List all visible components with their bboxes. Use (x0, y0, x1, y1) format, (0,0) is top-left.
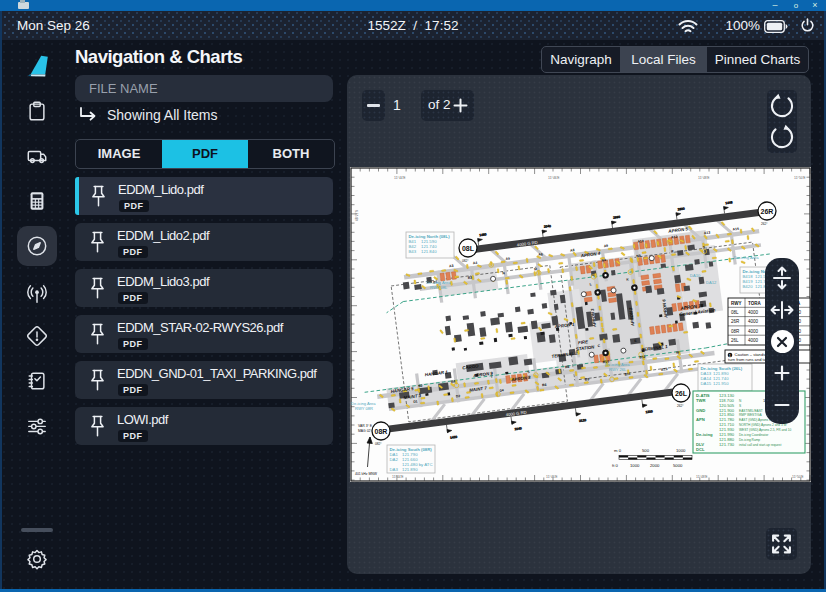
svg-text:N5: N5 (636, 254, 641, 259)
svg-text:08R: 08R (375, 428, 388, 435)
svg-text:082°: 082° (462, 259, 469, 263)
svg-text:TORA: TORA (748, 301, 761, 306)
svg-text:11°50'E: 11°50'E (792, 475, 804, 479)
svg-text:DCL: DCL (696, 447, 705, 452)
svg-text:B6: B6 (542, 383, 547, 388)
svg-text:De-icing Area: De-icing Area (734, 255, 759, 260)
svg-text:m 0: m 0 (614, 448, 622, 453)
svg-text:B2: B2 (418, 384, 423, 389)
svg-text:De-icing: De-icing (696, 432, 713, 437)
svg-text:De-icing Coordinator: De-icing Coordinator (739, 433, 769, 437)
svg-text:ft 0: ft 0 (612, 463, 618, 468)
svg-text:A12: A12 (671, 235, 678, 240)
svg-text:EAST/MIL/EAST: EAST/MIL/EAST (739, 409, 763, 413)
svg-text:DA3: DA3 (390, 467, 399, 472)
svg-text:262°: 262° (677, 404, 684, 408)
svg-text:48°21'N: 48°21'N (355, 209, 359, 221)
svg-text:A10: A10 (637, 239, 644, 244)
svg-text:RWY: RWY (731, 301, 741, 306)
svg-text:APN: APN (696, 417, 705, 422)
svg-text:B4: B4 (451, 380, 456, 385)
svg-text:DA15: DA15 (701, 381, 712, 386)
svg-text:RWY 08L: RWY 08L (430, 285, 448, 290)
svg-text:MAG 02°: MAG 02° (358, 429, 372, 433)
svg-text:26R: 26R (731, 319, 740, 324)
svg-text:A4: A4 (473, 261, 478, 266)
svg-text:08R: 08R (731, 329, 740, 334)
svg-text:11°46'E: 11°46'E (548, 176, 560, 180)
svg-text:B9: B9 (585, 377, 590, 382)
svg-text:VAR 3° E: VAR 3° E (358, 424, 373, 428)
svg-text:1000: 1000 (676, 448, 686, 453)
svg-text:121.950: 121.950 (713, 381, 729, 386)
svg-text:A13: A13 (704, 230, 711, 235)
svg-text:RWY 08R: RWY 08R (355, 406, 373, 411)
svg-text:B11: B11 (624, 372, 631, 377)
svg-text:N4: N4 (601, 258, 606, 263)
svg-text:B8: B8 (565, 365, 570, 370)
svg-text:D4: D4 (499, 388, 504, 393)
svg-text:GND: GND (696, 408, 705, 413)
svg-text:A5: A5 (505, 256, 510, 261)
svg-text:1000: 1000 (630, 463, 640, 468)
svg-text:DA2: DA2 (390, 457, 399, 462)
svg-text:26L: 26L (731, 338, 739, 343)
svg-text:262°: 262° (761, 222, 768, 226)
svg-text:4000: 4000 (748, 310, 759, 315)
svg-text:4000: 4000 (748, 319, 759, 324)
svg-text:121.730: 121.730 (719, 442, 735, 447)
svg-text:08L: 08L (731, 310, 739, 315)
svg-text:S: S (739, 404, 741, 408)
svg-text:11°44'E: 11°44'E (392, 475, 404, 479)
svg-text:D2: D2 (456, 394, 461, 399)
svg-text:B13: B13 (661, 367, 668, 372)
svg-text:De-icing Ramp: De-icing Ramp (739, 438, 760, 442)
svg-text:RWY 26L: RWY 26L (609, 367, 627, 372)
svg-text:2000: 2000 (650, 463, 660, 468)
svg-text:500: 500 (642, 448, 650, 453)
svg-text:11°50'E: 11°50'E (794, 176, 806, 180)
svg-text:A15: A15 (732, 227, 739, 232)
svg-text:DA12: DA12 (706, 280, 717, 285)
svg-text:RMP WEST/GA: RMP WEST/GA (739, 413, 762, 417)
svg-text:A3: A3 (449, 264, 454, 269)
svg-text:A9: A9 (604, 244, 609, 249)
svg-text:A8: A8 (570, 248, 575, 253)
svg-text:initial call and start-up requ: initial call and start-up request (739, 443, 781, 447)
svg-text:11°48'E: 11°48'E (696, 475, 708, 479)
svg-text:B420: B420 (743, 284, 754, 289)
svg-text:401 kHz MNW: 401 kHz MNW (355, 472, 378, 476)
svg-text:TWR: TWR (696, 398, 706, 403)
svg-text:11°48'E: 11°48'E (698, 176, 710, 180)
svg-text:A6: A6 (538, 252, 543, 257)
svg-text:5000: 5000 (673, 463, 683, 468)
svg-text:08L: 08L (462, 245, 475, 252)
svg-text:26L: 26L (675, 390, 688, 397)
svg-text:B3: B3 (468, 275, 473, 280)
svg-text:121.890: 121.890 (402, 467, 418, 472)
svg-text:11°46'E: 11°46'E (546, 475, 558, 479)
svg-text:B12: B12 (639, 355, 646, 360)
svg-text:121.840: 121.840 (421, 249, 437, 254)
svg-text:26R: 26R (761, 208, 774, 215)
svg-text:D1: D1 (413, 400, 418, 405)
svg-text:082°: 082° (375, 442, 382, 446)
svg-text:B43: B43 (409, 249, 417, 254)
svg-text:11°44'E: 11°44'E (394, 176, 406, 180)
svg-text:DA10: DA10 (690, 273, 701, 278)
svg-text:4000: 4000 (748, 329, 759, 334)
svg-text:4000: 4000 (748, 338, 759, 343)
svg-text:WEST (GND) Aprons 2-5, FR and: WEST (GND) Aprons 2-5, FR and 10 (739, 428, 791, 432)
